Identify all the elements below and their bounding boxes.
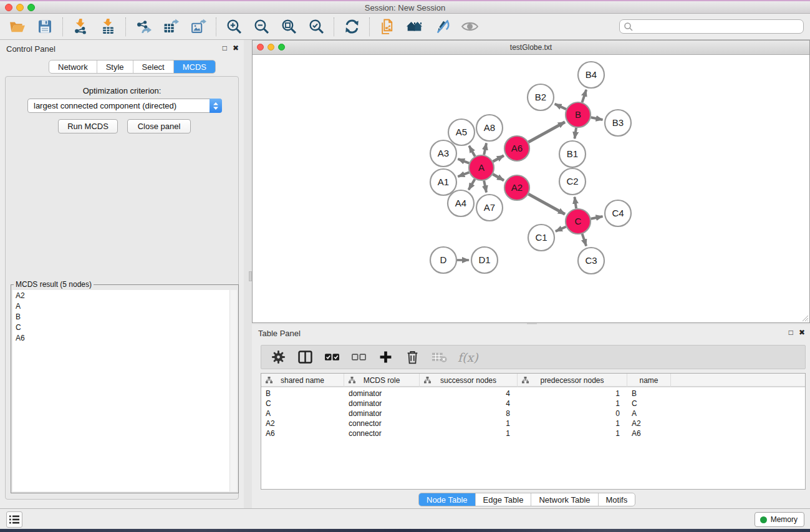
optimization-criterion-select[interactable]: largest connected component (directed) (27, 99, 222, 113)
export-image-icon[interactable] (190, 18, 207, 36)
new-network-from-selection-icon[interactable] (378, 18, 396, 36)
result-item[interactable]: A2 (12, 290, 237, 301)
show-hide-eye-icon[interactable] (461, 18, 478, 36)
search-field[interactable] (619, 19, 804, 34)
node-A2[interactable]: A2 (504, 175, 529, 200)
table-row[interactable]: Adominator80A (261, 409, 805, 418)
node-B2[interactable]: B2 (528, 84, 554, 110)
column-header-predecessor-nodes[interactable]: predecessor nodes (518, 374, 627, 387)
edge-A-A5[interactable] (469, 146, 475, 157)
deselect-all-icon[interactable] (350, 349, 367, 365)
result-scrollbar[interactable] (229, 290, 237, 491)
edge-A-A2[interactable] (493, 174, 504, 180)
memory-button[interactable]: Memory (755, 512, 804, 527)
add-column-icon[interactable] (377, 349, 393, 365)
tab-node-table[interactable]: Node Table (419, 493, 476, 506)
float-table-panel-icon[interactable]: □ (789, 328, 793, 337)
node-D[interactable]: D (430, 247, 456, 273)
result-item[interactable]: B (12, 311, 237, 322)
import-network-icon[interactable] (72, 18, 89, 36)
edge-C-C1[interactable] (556, 226, 566, 231)
edge-C-C3[interactable] (582, 234, 586, 246)
node-B[interactable]: B (566, 102, 591, 127)
close-panel-icon[interactable]: ✖ (233, 44, 239, 52)
network-vertical-scrollbar[interactable] (249, 271, 252, 281)
result-item[interactable]: A (12, 301, 237, 311)
edge-B-B4[interactable] (582, 90, 587, 102)
function-builder-icon[interactable]: f(x) (458, 351, 478, 364)
column-header-mcds-role[interactable]: MCDS role (344, 374, 420, 387)
edge-A2-C[interactable] (528, 194, 565, 214)
node-C4[interactable]: C4 (605, 200, 631, 226)
node-A5[interactable]: A5 (448, 119, 475, 145)
table-row[interactable]: Cdominator41C (261, 399, 805, 409)
node-A6[interactable]: A6 (504, 136, 529, 161)
node-A4[interactable]: A4 (448, 190, 474, 216)
zoom-in-icon[interactable] (225, 18, 243, 36)
column-layout-icon[interactable] (297, 349, 313, 365)
hide-graphics-details-icon[interactable] (433, 18, 451, 36)
close-table-panel-icon[interactable]: ✖ (799, 328, 805, 337)
refresh-layout-icon[interactable] (343, 18, 360, 36)
edge-B-B2[interactable] (555, 104, 566, 110)
node-B1[interactable]: B1 (559, 141, 586, 167)
network-canvas[interactable]: B4B2BB3A5A8A6B1A3AA1A2C2A4A7CC4C1C3DD1 (253, 55, 809, 322)
result-item[interactable]: C (12, 322, 237, 332)
column-header-name[interactable]: name (627, 374, 671, 387)
close-panel-button[interactable]: Close panel (127, 119, 191, 133)
tab-motifs[interactable]: Motifs (599, 493, 635, 506)
node-C2[interactable]: C2 (559, 168, 586, 195)
result-item[interactable]: A6 (12, 332, 237, 343)
node-C[interactable]: C (566, 209, 591, 234)
node-B4[interactable]: B4 (578, 62, 604, 88)
node-C3[interactable]: C3 (578, 248, 604, 274)
node-A[interactable]: A (469, 155, 494, 180)
open-file-icon[interactable] (9, 18, 26, 36)
home-icon[interactable] (406, 18, 423, 36)
delete-table-icon[interactable] (431, 349, 447, 365)
resize-grip-icon[interactable] (801, 314, 809, 322)
float-panel-icon[interactable]: □ (223, 44, 227, 52)
task-history-button[interactable] (6, 511, 22, 528)
node-A3[interactable]: A3 (430, 140, 456, 167)
column-header-shared-name[interactable]: shared name (261, 374, 344, 387)
tab-network[interactable]: Network (49, 60, 97, 73)
edge-A-A1[interactable] (458, 172, 469, 177)
zoom-selected-icon[interactable] (307, 18, 325, 36)
zoom-out-icon[interactable] (253, 18, 270, 36)
node-B3[interactable]: B3 (605, 110, 631, 136)
delete-icon[interactable] (404, 349, 420, 365)
edge-B-B1[interactable] (575, 128, 576, 138)
edge-A-A3[interactable] (458, 159, 469, 163)
node-A1[interactable]: A1 (430, 169, 456, 195)
node-A8[interactable]: A8 (476, 115, 503, 141)
table-row[interactable]: A6connector11A6 (261, 428, 805, 438)
save-session-icon[interactable] (36, 18, 54, 36)
zoom-fit-icon[interactable] (280, 18, 297, 36)
export-network-icon[interactable] (135, 18, 152, 36)
run-mcds-button[interactable]: Run MCDS (58, 119, 118, 133)
table-row[interactable]: A2connector11A2 (261, 418, 805, 428)
network-window-titlebar[interactable]: testGlobe.txt (253, 41, 809, 55)
select-all-icon[interactable] (324, 349, 340, 365)
search-input[interactable] (636, 22, 803, 31)
tab-edge-table[interactable]: Edge Table (476, 493, 532, 506)
tab-select[interactable]: Select (133, 60, 174, 73)
edge-C-C4[interactable] (591, 216, 603, 219)
edge-A-A8[interactable] (484, 143, 486, 155)
node-A7[interactable]: A7 (476, 195, 503, 221)
table-row[interactable]: Bdominator41B (261, 389, 805, 399)
node-C1[interactable]: C1 (528, 225, 554, 251)
edge-A6-B[interactable] (528, 122, 565, 142)
tab-style[interactable]: Style (97, 60, 133, 73)
import-table-icon[interactable] (99, 18, 117, 36)
edge-C-C2[interactable] (574, 197, 576, 208)
tab-mcds[interactable]: MCDS (174, 60, 215, 73)
tab-network-table[interactable]: Network Table (531, 493, 598, 506)
node-D1[interactable]: D1 (471, 247, 498, 273)
gear-icon[interactable] (270, 349, 286, 365)
column-header-successor-nodes[interactable]: successor nodes (420, 374, 518, 387)
mcds-result-list[interactable]: A2ABCA6 (12, 290, 237, 491)
edge-B-B3[interactable] (591, 117, 603, 120)
edge-A-A6[interactable] (493, 155, 503, 162)
